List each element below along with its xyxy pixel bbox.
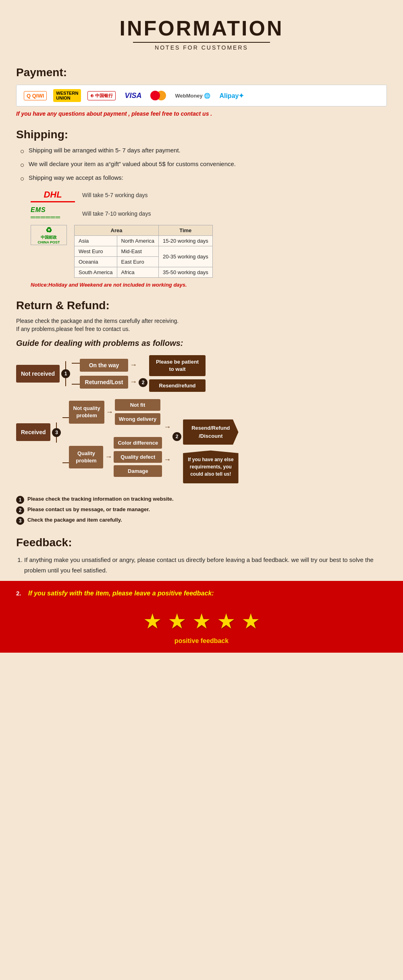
legend-num-1: 1 xyxy=(16,496,24,504)
feedback-section: Feedback: If anything make you unsatisfi… xyxy=(16,536,387,575)
nr-outcomes: Please be patientto wait Resend/refund xyxy=(149,355,206,392)
received-box: Received xyxy=(16,423,50,441)
arrow-3: → xyxy=(106,408,113,416)
dhl-row: DHL Will take 5-7 working days xyxy=(31,188,387,202)
quality-problem-group: Qualityproblem → Color difference Qualit… xyxy=(69,437,162,477)
header-divider xyxy=(133,42,270,43)
not-quality-subs: Not fit Wrong delivery xyxy=(115,399,161,425)
arrow-6: → xyxy=(164,456,171,464)
damage-box: Damage xyxy=(114,465,162,477)
legend-item-1: 1 Please check the tracking information … xyxy=(16,496,387,504)
ems-logo: EMS ══════ xyxy=(31,206,75,221)
resend-refund-discount-box: Resend/Refund/Discount xyxy=(183,419,238,445)
color-difference-box: Color difference xyxy=(114,437,162,449)
shipping-notice: Notice:Holiday and Weekend are not inclu… xyxy=(31,282,387,288)
visa-logo: VISA xyxy=(122,90,144,101)
area2-easteuro: East Euro xyxy=(117,257,158,267)
dhl-time: Will take 5-7 working days xyxy=(82,192,148,198)
positive-feedback-label: positive feedback xyxy=(16,637,387,645)
shipping-section: Shipping: ○ Shipping will be arranged wi… xyxy=(16,128,387,288)
received-flow: Received 3 Not qualityproblem xyxy=(16,399,387,488)
star-3: ★ xyxy=(192,609,211,633)
return-intro-2: If any problems,please feel free to cont… xyxy=(16,326,387,332)
arrow-5: → xyxy=(164,423,171,431)
table-row: Asia North America 15-20 working days xyxy=(75,236,213,246)
chinapost-row: ♻ 中国邮政 CHINA POST Area Time Asia N xyxy=(31,225,387,278)
bullet-icon-1: ○ xyxy=(20,147,25,156)
not-received-box: Not received xyxy=(16,365,60,383)
not-fit-box: Not fit xyxy=(115,399,161,411)
table-header-time: Time xyxy=(158,225,212,236)
area1-oceania: Oceania xyxy=(75,257,117,267)
time-1520: 15-20 working days xyxy=(158,236,212,246)
legend-item-3: 3 Check the package and item carefully. xyxy=(16,517,387,525)
feedback-list: If anything make you unsatisfied or angr… xyxy=(24,555,387,575)
qiwi-logo: Q QIWI xyxy=(24,91,47,100)
page-wrapper: INFORMATION NOTES FOR CUSTOMERS Payment:… xyxy=(0,0,403,575)
guide-title: Guide for dealing with problems as follo… xyxy=(16,339,387,348)
resend-refund-box: Resend/refund xyxy=(149,379,206,392)
shipping-methods: DHL Will take 5-7 working days EMS ═════… xyxy=(31,188,387,288)
western-union-logo: WESTERNUNION xyxy=(53,89,81,102)
time-3550: 35-50 working days xyxy=(158,267,212,278)
recv-arrows: → → xyxy=(162,399,171,488)
area2-northamerica: North America xyxy=(117,236,158,246)
feedback-item-2: If you satisfy with the item, please lea… xyxy=(28,590,214,597)
quality-problem-box: Qualityproblem xyxy=(69,446,103,468)
return-title: Return & Refund: xyxy=(16,299,387,312)
time-2035: 20-35 working days xyxy=(158,246,212,267)
star-2: ★ xyxy=(168,609,187,633)
else-requirements-box: If you have any elserequirements, youcou… xyxy=(183,450,238,483)
legend-item-2: 2 Please contact us by message, or trade… xyxy=(16,506,387,514)
recv-branch-lines xyxy=(62,414,69,466)
on-the-way-box: On the way xyxy=(80,359,128,372)
feedback-title: Feedback: xyxy=(16,536,387,549)
payment-section: Payment: Q QIWI WESTERNUNION ⊕ 中国银行 VISA… xyxy=(16,66,387,117)
area1-westeuro: West Euro xyxy=(75,246,117,257)
stars-row: ★ ★ ★ ★ ★ xyxy=(16,609,387,633)
red-banner: 2. If you satisfy with the item, please … xyxy=(0,581,403,653)
payment-logos-container: Q QIWI WESTERNUNION ⊕ 中国银行 VISA WebMoney… xyxy=(16,85,387,106)
recv-outcomes: Resend/Refund/Discount If you have any e… xyxy=(183,419,238,483)
shipping-bullet-1: ○ Shipping will be arranged within 5- 7 … xyxy=(20,147,387,156)
ems-time: Will take 7-10 working days xyxy=(82,210,151,217)
bullet-icon-2: ○ xyxy=(20,161,25,169)
star-1: ★ xyxy=(143,609,162,633)
shipping-title: Shipping: xyxy=(16,128,387,141)
flow-diagram: Not received 1 On the way → xyxy=(16,355,387,525)
arrow-4: → xyxy=(105,453,112,461)
arrow-2: → xyxy=(130,378,137,386)
returned-lost-box: Returned/Lost xyxy=(80,376,128,389)
chinapost-table: Area Time Asia North America 15-20 worki… xyxy=(74,225,213,278)
legend: 1 Please check the tracking information … xyxy=(16,496,387,525)
arrow-1: → xyxy=(130,361,137,369)
star-5: ★ xyxy=(241,609,260,633)
legend-num-2: 2 xyxy=(16,506,24,514)
patient-wait-box: Please be patientto wait xyxy=(149,355,206,376)
feedback-num-2: 2. xyxy=(16,590,25,597)
header-subtitle: NOTES FOR CUSTOMERS xyxy=(16,44,387,51)
shipping-bullets: ○ Shipping will be arranged within 5- 7 … xyxy=(20,147,387,183)
num-3-circle: 3 xyxy=(52,428,61,437)
star-4: ★ xyxy=(217,609,236,633)
shipping-bullet-3: ○ Shipping way we accept as follows: xyxy=(20,174,387,183)
area1-asia: Asia xyxy=(75,236,117,246)
dhl-logo: DHL xyxy=(31,188,75,202)
page-title: INFORMATION xyxy=(16,16,387,40)
quality-defect-box: Quality defect xyxy=(114,451,162,463)
alipay-logo: Alipay✦ xyxy=(219,92,244,100)
bullet-icon-3: ○ xyxy=(20,175,25,183)
shipping-bullet-2: ○ We will declare your item as a“gift” v… xyxy=(20,160,387,169)
area2-mideast: Mid-East xyxy=(117,246,158,257)
table-row: West Euro Mid-East 20-35 working days xyxy=(75,246,213,257)
not-quality-problem-group: Not qualityproblem → Not fit Wrong deliv… xyxy=(69,399,162,425)
payment-note: If you have any questions about payment … xyxy=(16,110,387,117)
quality-subs: Color difference Quality defect Damage xyxy=(114,437,162,477)
webmoney-logo: WebMoney 🌐 xyxy=(172,92,213,100)
problem-boxes: Not qualityproblem → Not fit Wrong deliv… xyxy=(69,399,162,477)
return-intro-1: Please check the package and the items c… xyxy=(16,318,387,324)
recv-connector: 3 xyxy=(52,422,61,443)
not-received-flow: Not received 1 On the way → xyxy=(16,355,387,392)
not-quality-problem-box: Not qualityproblem xyxy=(69,401,104,423)
chinapost-logo: ♻ 中国邮政 CHINA POST xyxy=(31,225,67,245)
